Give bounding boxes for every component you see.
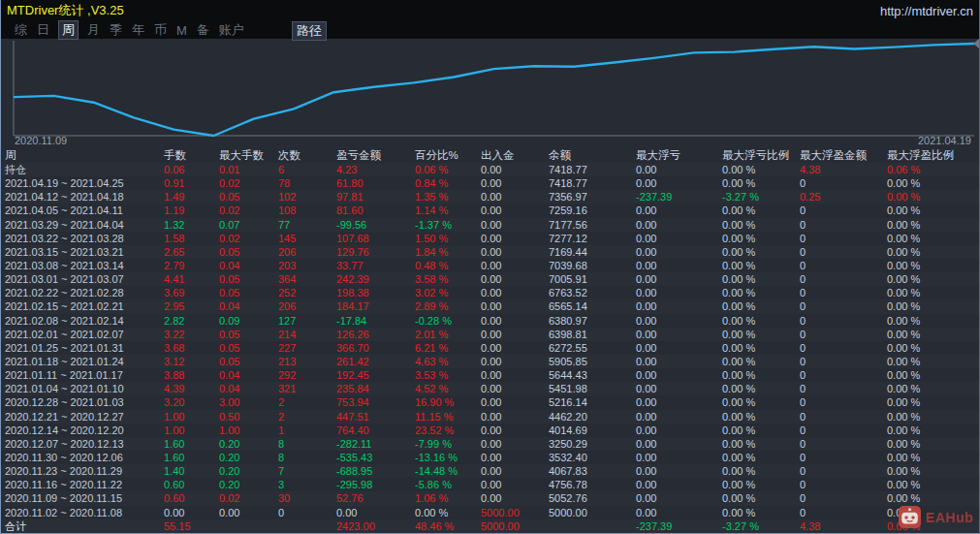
table-cell: 52.76 [336, 491, 364, 505]
table-row[interactable]: 2021.02.22 ~ 2021.02.283.690.05252198.38… [1, 286, 979, 299]
table-cell: 1.00 [164, 410, 184, 424]
table-cell: -3.27 % [722, 519, 759, 534]
table-cell: 0.00 [481, 286, 501, 299]
table-row[interactable]: 2021.03.08 ~ 2021.03.142.790.0420333.770… [1, 259, 979, 272]
table-row[interactable]: 2021.03.01 ~ 2021.03.074.410.05364242.39… [1, 272, 979, 286]
table-cell: -13.16 % [415, 451, 458, 464]
table-cell: 7418.77 [549, 163, 587, 176]
menu-item-账户[interactable]: 账户 [219, 21, 244, 39]
table-row[interactable]: 2020.11.30 ~ 2020.12.061.600.208-535.43-… [1, 451, 979, 464]
table-cell: 1.50 % [415, 232, 448, 245]
row-label: 2020.11.16 ~ 2020.11.22 [5, 478, 122, 491]
menu-item-年[interactable]: 年 [132, 21, 144, 39]
table-row[interactable]: 2020.11.16 ~ 2020.11.220.600.203-295.98-… [1, 478, 979, 491]
table-cell: 1.60 [164, 451, 184, 464]
table-cell: 3.68 [164, 341, 184, 355]
table-cell: 7177.56 [549, 218, 587, 232]
table-row[interactable]: 2020.11.02 ~ 2020.11.080.000.0000.000.00… [1, 506, 979, 519]
table-row[interactable]: 2020.11.23 ~ 2020.11.291.400.207-688.95-… [1, 464, 979, 478]
table-cell: 0 [800, 204, 806, 217]
table-cell: 1.40 [164, 464, 184, 478]
menu-item-月[interactable]: 月 [87, 21, 100, 39]
table-row[interactable]: 2020.12.07 ~ 2020.12.131.600.208-282.11-… [1, 437, 979, 451]
total-row: 合计55.152423.0048.46 %5000.00-237.39-3.27… [1, 519, 979, 534]
table-cell: 0.00 % [722, 232, 755, 245]
table-row[interactable]: 2021.04.19 ~ 2021.04.250.910.027861.800.… [1, 176, 979, 190]
table-cell: 2 [278, 410, 284, 424]
app-url-link[interactable]: http://mtdriver.cn [880, 4, 973, 18]
table-row[interactable]: 2021.03.29 ~ 2021.04.041.320.0777-99.56-… [1, 218, 979, 232]
menu-item-季[interactable]: 季 [110, 21, 122, 39]
table-cell: 107.68 [336, 232, 369, 245]
holding-row[interactable]: 持仓0.060.0164.230.06 %0.007418.770.000.00… [1, 163, 979, 176]
table-cell: 0.04 [219, 382, 239, 395]
table-cell: 0.00 [636, 424, 656, 437]
table-row[interactable]: 2021.03.22 ~ 2021.03.281.580.02145107.68… [1, 232, 979, 245]
table-cell: 0 [800, 478, 806, 491]
table-cell: 1.14 % [415, 204, 448, 217]
table-cell: 2.82 [164, 314, 184, 328]
table-row[interactable]: 2020.12.21 ~ 2020.12.271.000.502447.5111… [1, 410, 979, 424]
table-cell: 0 [800, 395, 806, 409]
table-cell: 0.00 % [722, 382, 755, 395]
menu-item-M[interactable]: M [176, 23, 187, 38]
table-row[interactable]: 2021.02.15 ~ 2021.02.212.950.04206184.17… [1, 299, 979, 313]
table-cell: 0.00 % [887, 190, 920, 204]
table-cell: 7039.68 [549, 259, 587, 272]
table-cell: 4.39 [164, 382, 184, 395]
table-cell: 0.00 % [722, 410, 755, 424]
table-cell: 3.12 [164, 355, 184, 368]
table-cell: 447.51 [336, 410, 369, 424]
table-cell: 235.84 [336, 382, 369, 395]
table-cell: -282.11 [336, 437, 372, 451]
menu-item-周[interactable]: 周 [59, 21, 78, 39]
table-row[interactable]: 2021.01.25 ~ 2021.01.313.680.05227366.70… [1, 341, 979, 355]
table-cell: 0.00 % [887, 478, 920, 491]
table-row[interactable]: 2021.01.04 ~ 2021.01.104.390.04321235.84… [1, 382, 979, 395]
table-cell: 213 [278, 355, 296, 368]
table-cell: 6 [278, 163, 284, 176]
table-cell: 5216.14 [549, 395, 587, 409]
table-row[interactable]: 2021.02.08 ~ 2021.02.142.820.09127-17.84… [1, 314, 979, 328]
table-cell: 1.60 [164, 437, 184, 451]
table-row[interactable]: 2021.04.05 ~ 2021.04.111.190.0210881.601… [1, 204, 979, 217]
table-cell: 126.26 [336, 328, 369, 341]
table-row[interactable]: 2021.04.12 ~ 2021.04.181.490.0510297.811… [1, 190, 979, 204]
table-row[interactable]: 2021.01.18 ~ 2021.01.243.120.05213261.42… [1, 355, 979, 368]
table-cell: 7277.12 [549, 232, 587, 245]
table-row[interactable]: 2021.03.15 ~ 2021.03.212.650.05206129.76… [1, 245, 979, 259]
menu-item-综[interactable]: 综 [15, 21, 27, 39]
row-label: 2021.03.01 ~ 2021.03.07 [5, 272, 124, 286]
table-cell: 0.00 % [887, 491, 920, 505]
table-cell: 0.00 % [887, 328, 920, 341]
table-cell: 4756.78 [549, 478, 587, 491]
table-row[interactable]: 2021.01.11 ~ 2021.01.173.880.04292192.45… [1, 368, 979, 382]
row-label: 2020.11.02 ~ 2020.11.08 [5, 506, 122, 519]
table-cell: 3 [278, 478, 284, 491]
table-cell: 33.77 [336, 259, 364, 272]
column-header: 最大浮盈比例 [887, 148, 954, 163]
table-cell: 81.60 [336, 204, 364, 217]
line-end-arrow-icon [973, 39, 979, 48]
row-label: 2021.02.01 ~ 2021.02.07 [5, 328, 124, 341]
table-row[interactable]: 2021.02.01 ~ 2021.02.073.220.05214126.26… [1, 328, 979, 341]
path-button[interactable]: 路径 [293, 22, 326, 40]
table-cell: 0.07 [219, 218, 239, 232]
row-label: 2021.04.12 ~ 2021.04.18 [5, 190, 124, 204]
table-cell: 0.00 % [722, 328, 755, 341]
table-cell: 0.00 % [887, 204, 920, 217]
table-cell: 252 [278, 286, 296, 299]
table-cell: -5.86 % [415, 478, 452, 491]
table-row[interactable]: 2020.11.09 ~ 2020.11.150.600.023052.761.… [1, 491, 979, 505]
menu-item-备[interactable]: 备 [197, 21, 209, 39]
table-cell: 0.00 % [722, 245, 755, 259]
table-cell: 0.02 [219, 176, 239, 190]
table-row[interactable]: 2020.12.14 ~ 2020.12.201.001.001764.4023… [1, 424, 979, 437]
table-cell: 3.20 [164, 395, 184, 409]
menu-item-日[interactable]: 日 [37, 21, 49, 39]
table-cell: 0.02 [219, 204, 239, 217]
table-cell: -535.43 [336, 451, 372, 464]
table-row[interactable]: 2020.12.28 ~ 2021.01.033.203.002753.9416… [1, 395, 979, 409]
menu-item-币[interactable]: 币 [154, 21, 167, 39]
table-cell: 0.00 [636, 176, 656, 190]
